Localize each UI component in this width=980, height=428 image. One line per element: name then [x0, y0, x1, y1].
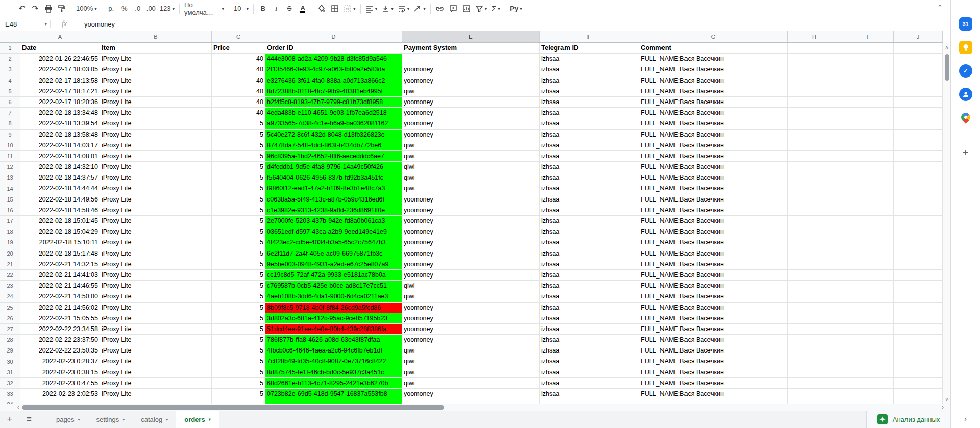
cell-payment-system[interactable]: yoomoney [402, 108, 540, 118]
cell-order-id[interactable]: 4fbcb0c6-4646-4aea-a2c6-94c6fb7eb1df [265, 345, 402, 356]
cell-price[interactable]: 5 [212, 151, 265, 162]
cell-price[interactable]: 5 [212, 172, 265, 183]
cell-empty[interactable] [841, 378, 894, 389]
percent-format-button[interactable]: % [118, 2, 131, 15]
cell-date[interactable]: 2022-02-23 0:47:55 [20, 378, 100, 389]
cell-order-id[interactable]: 96c8395a-1bd2-4652-8ff6-aecedddc6ae7 [265, 151, 402, 162]
cell-item[interactable]: iProxy Lite [100, 118, 212, 129]
sheet-tab-orders[interactable]: orders▾ [176, 411, 218, 428]
cell-comment[interactable]: FULL_NAME:Вася Васечкин [639, 86, 788, 97]
row-number[interactable]: 15 [0, 194, 20, 205]
cell-comment[interactable]: FULL_NAME:Вася Васечкин [639, 378, 788, 389]
cell-payment-system[interactable]: yoomoney [402, 194, 540, 205]
cell-date[interactable]: 2022-02-18 14:49:56 [20, 194, 100, 205]
cell-payment-system[interactable]: yoomoney [402, 237, 540, 248]
cell-price[interactable]: 5 [212, 270, 265, 281]
cell-empty[interactable] [894, 108, 943, 118]
cell-item[interactable]: iProxy Lite [100, 248, 212, 259]
cell-date[interactable]: 2022-02-18 14:32:10 [20, 162, 100, 172]
cell-item[interactable]: iProxy Lite [100, 172, 212, 183]
cell-item[interactable]: iProxy Lite [100, 108, 212, 118]
cell-date[interactable]: 2022-02-18 15:01:45 [20, 216, 100, 226]
cell-telegram-id[interactable]: izhsaa [540, 118, 639, 129]
cell-price[interactable]: 40 [212, 86, 265, 97]
cell-item[interactable]: iProxy Lite [100, 75, 212, 86]
row-number[interactable]: 3 [0, 64, 20, 75]
cell-empty[interactable] [212, 399, 265, 404]
cell-date[interactable]: 2022-02-23 2:02:53 [20, 389, 100, 399]
horizontal-scrollbar-thumb[interactable] [22, 405, 444, 410]
cell-telegram-id[interactable]: izhsaa [540, 345, 639, 356]
cell-comment[interactable]: FULL_NAME:Вася Васечкин [639, 226, 788, 237]
header-cell[interactable]: Telegram ID [540, 43, 639, 54]
row-number[interactable]: 4 [0, 75, 20, 86]
text-color-button[interactable]: A [296, 2, 309, 15]
vertical-scrollbar[interactable]: ∧ ∨ [943, 43, 950, 404]
cell-empty[interactable] [788, 194, 841, 205]
name-box-dropdown-icon[interactable]: ▾ [44, 21, 47, 27]
row-number[interactable]: 23 [0, 281, 20, 291]
row-number[interactable]: 1 [0, 43, 20, 54]
cell-payment-system[interactable]: qiwi [402, 356, 540, 367]
cell-empty[interactable] [841, 259, 894, 270]
cell-date[interactable]: 2022-02-18 15:10:11 [20, 237, 100, 248]
cell-date[interactable]: 2022-02-18 14:08:01 [20, 151, 100, 162]
sheet-tab-catalog[interactable]: catalog▾ [133, 411, 176, 428]
cell-empty[interactable] [540, 399, 639, 404]
cell-empty[interactable] [841, 313, 894, 324]
all-sheets-icon[interactable]: ≡ [19, 411, 39, 428]
italic-button[interactable]: I [270, 2, 283, 15]
cell-comment[interactable]: FULL_NAME:Вася Васечкин [639, 151, 788, 162]
cell-comment[interactable]: FULL_NAME:Вася Васечкин [639, 237, 788, 248]
cell-empty[interactable] [841, 303, 894, 313]
cell-empty[interactable] [894, 86, 943, 97]
cell-payment-system[interactable]: yoomoney [402, 259, 540, 270]
row-number[interactable]: 25 [0, 303, 20, 313]
cell-price[interactable]: 5 [212, 345, 265, 356]
cell-telegram-id[interactable]: izhsaa [540, 303, 639, 313]
cell-item[interactable]: iProxy Lite [100, 205, 212, 216]
cell-empty[interactable] [894, 270, 943, 281]
strikethrough-button[interactable]: S [283, 2, 296, 15]
cell-empty[interactable] [894, 226, 943, 237]
cell-empty[interactable] [788, 378, 841, 389]
paint-format-icon[interactable] [55, 2, 68, 15]
cell-empty[interactable] [894, 183, 943, 194]
cell-telegram-id[interactable]: izhsaa [540, 162, 639, 172]
explore-button[interactable]: Анализ данных [866, 411, 950, 428]
cell-empty[interactable] [788, 248, 841, 259]
cell-empty[interactable] [894, 367, 943, 378]
cell-order-id[interactable]: 0723b82e-69d5-418d-9547-16837a553fb8 [265, 389, 402, 399]
cell-empty[interactable] [788, 303, 841, 313]
cell-item[interactable]: iProxy Lite [100, 281, 212, 291]
cell-payment-system[interactable]: qiwi [402, 378, 540, 389]
header-cell[interactable] [894, 43, 943, 54]
scroll-down-icon[interactable]: ∨ [943, 396, 950, 402]
cell-empty[interactable] [841, 367, 894, 378]
cell-item[interactable]: iProxy Lite [100, 291, 212, 302]
cell-telegram-id[interactable]: izhsaa [540, 389, 639, 399]
cell-telegram-id[interactable]: izhsaa [540, 356, 639, 367]
cell-telegram-id[interactable]: izhsaa [540, 248, 639, 259]
insert-comment-icon[interactable] [447, 2, 460, 15]
cell-empty[interactable] [788, 140, 841, 151]
text-rotation-icon[interactable]: ▾ [411, 2, 428, 15]
cell-order-id[interactable]: c1e3982e-9313-4238-9a0d-236d8691ff0e [265, 205, 402, 216]
cell-empty[interactable] [894, 303, 943, 313]
cell-order-id[interactable]: 68d2661e-b113-4c71-8295-2421e3b6270b [265, 378, 402, 389]
cell-empty[interactable] [788, 75, 841, 86]
cell-price[interactable]: 5 [212, 118, 265, 129]
column-header-I[interactable]: I [841, 31, 894, 42]
row-number[interactable]: 5 [0, 86, 20, 97]
row-number[interactable]: 6 [0, 97, 20, 108]
cell-empty[interactable] [894, 356, 943, 367]
header-cell[interactable] [841, 43, 894, 54]
cell-comment[interactable]: FULL_NAME:Вася Васечкин [639, 259, 788, 270]
cell-telegram-id[interactable]: izhsaa [540, 291, 639, 302]
cell-comment[interactable]: FULL_NAME:Вася Васечкин [639, 291, 788, 302]
cell-item[interactable]: iProxy Lite [100, 151, 212, 162]
cell-item[interactable]: iProxy Lite [100, 389, 212, 399]
horizontal-scrollbar[interactable]: ‹ › [0, 404, 950, 411]
header-cell[interactable]: Payment System [402, 43, 540, 54]
cell-item[interactable]: iProxy Lite [100, 194, 212, 205]
